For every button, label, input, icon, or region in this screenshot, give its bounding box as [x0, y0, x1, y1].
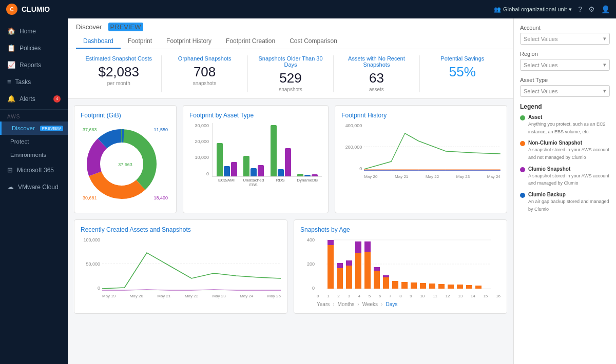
tab-footprint[interactable]: Footprint: [121, 34, 159, 49]
older-value: 529: [252, 71, 329, 86]
recent-chart-inner: May 19 May 20 May 21 May 22 May 23 May 2…: [102, 237, 281, 299]
time-filter: Years › Months › Weeks › Days: [317, 301, 500, 307]
account-label: Account: [520, 25, 610, 31]
donut-label-green: 37,663: [118, 162, 132, 167]
recent-assets-title: Recently Created Assets and Snapshots: [81, 226, 281, 233]
older-label: Snapshots Older Than 30 Days: [252, 55, 329, 68]
sidebar: 🏠 Home 📋 Policies 📈 Reports ≡ Tasks 🔔 Al…: [0, 18, 68, 364]
sidebar-item-policies[interactable]: 📋 Policies: [0, 39, 68, 56]
time-filter-years[interactable]: Years: [317, 301, 330, 307]
bar-rds-blue: [278, 169, 284, 176]
svg-rect-32: [457, 285, 463, 289]
savings-label: Potential Savings: [424, 55, 501, 62]
page-title-area: Discover PREVIEW: [76, 23, 505, 31]
svg-rect-24: [383, 275, 389, 277]
asset-type-select[interactable]: Select Values ▾: [520, 85, 610, 97]
age-y-axis: 400 200 0: [300, 237, 315, 299]
logo: C CLUMIO: [6, 4, 50, 15]
bar-group-rds: [271, 125, 291, 176]
donut-label-blue: 11,550: [153, 127, 168, 132]
svg-rect-27: [411, 282, 417, 289]
region-select[interactable]: Select Values ▾: [520, 59, 610, 71]
footprint-by-asset-title: Footprint by Asset Type: [189, 112, 322, 119]
stat-orphaned: Orphaned Snapshots 708 snapshots: [162, 55, 247, 92]
legend-text-clumio-snapshot: Clumio Snapshot A snapshot stored in you…: [528, 166, 610, 187]
legend-dot-clumio-backup: [520, 193, 525, 198]
footprint-history-title: Footprint History: [341, 112, 500, 119]
sidebar-item-home[interactable]: 🏠 Home: [0, 23, 68, 39]
bar-chart-area: EC2/AMI Unattached EBS RDS DynamoDB: [212, 123, 322, 188]
sidebar-item-microsoft365[interactable]: ⊞ Microsoft 365: [0, 161, 68, 178]
history-y-axis: 400,000 200,000 0: [341, 123, 362, 179]
svg-rect-21: [374, 271, 380, 289]
bar-ec2-purple: [231, 162, 237, 176]
orphaned-value: 708: [166, 65, 243, 79]
bar-group-ebs: [243, 156, 264, 176]
recent-chart-area: 100,000 50,000 0: [81, 237, 281, 299]
history-x-labels: May 20 May 21 May 22 May 23 May 24: [364, 173, 500, 180]
recent-assets-card: Recently Created Assets and Snapshots 10…: [74, 219, 287, 314]
snapshots-age-card: Snapshots by Age 400 200 0: [294, 219, 507, 314]
sidebar-section-aws: AWS: [0, 109, 68, 122]
account-select[interactable]: Select Values ▾: [520, 33, 610, 45]
bottom-charts-row: Recently Created Assets and Snapshots 10…: [68, 213, 513, 320]
age-bar-chart: [317, 237, 500, 291]
sidebar-item-protect[interactable]: Protect: [0, 135, 68, 148]
svg-rect-28: [420, 283, 426, 289]
region-filter: Region Select Values ▾: [520, 51, 610, 71]
sidebar-item-alerts[interactable]: 🔔 Alerts 4: [0, 90, 68, 107]
footprint-donut-title: Footprint (GiB): [81, 112, 170, 119]
tab-footprint-history[interactable]: Footprint History: [159, 34, 219, 49]
user-icon[interactable]: 👤: [601, 5, 610, 13]
sidebar-item-environments[interactable]: Environments: [0, 148, 68, 161]
legend-dot-non-clumio: [520, 141, 525, 146]
preview-badge: PREVIEW: [40, 126, 63, 131]
sidebar-item-discover[interactable]: Discover PREVIEW: [0, 122, 68, 135]
tab-bar: Dashboard Footprint Footprint History Fo…: [76, 34, 505, 49]
chevron-down-icon: ▾: [569, 6, 572, 13]
tab-footprint-creation[interactable]: Footprint Creation: [219, 34, 282, 49]
estimated-cost-sub: per month: [80, 80, 157, 86]
age-chart-inner: 0 1 2 3 4 5 6 7 8 9 10 11 12: [317, 237, 500, 307]
svg-rect-26: [401, 282, 408, 289]
footprint-history-card: Footprint History 400,000 200,000 0: [335, 105, 507, 213]
no-recent-label: Assets with No Recent Snapshots: [338, 55, 415, 68]
time-filter-months[interactable]: Months: [338, 301, 355, 307]
bar-rds-green: [271, 125, 277, 176]
microsoft-icon: ⊞: [7, 166, 13, 174]
bar-x-labels: EC2/AMI Unattached EBS RDS DynamoDB: [212, 177, 322, 188]
time-filter-weeks[interactable]: Weeks: [362, 301, 378, 307]
top-nav: C CLUMIO 👥 Global organizational unit ▾ …: [0, 0, 616, 18]
legend-section: Legend Asset Anything you protect, such …: [520, 103, 610, 213]
org-unit[interactable]: 👥 Global organizational unit ▾: [494, 6, 572, 13]
recent-line-chart: [102, 237, 281, 291]
time-filter-days[interactable]: Days: [386, 301, 397, 307]
settings-icon[interactable]: ⚙: [588, 5, 595, 13]
sidebar-item-reports[interactable]: 📈 Reports: [0, 56, 68, 73]
tab-cost-comparison[interactable]: Cost Comparison: [282, 34, 344, 49]
svg-rect-15: [346, 266, 352, 289]
snapshots-age-title: Snapshots by Age: [300, 226, 500, 233]
sidebar-item-vmware[interactable]: ☁ VMware Cloud: [0, 178, 68, 195]
svg-rect-23: [383, 277, 389, 289]
bar-ec2-blue: [224, 166, 230, 176]
stat-savings: Potential Savings 55%: [420, 55, 505, 92]
history-chart-area: 400,000 200,000 0: [341, 123, 500, 180]
chevron-down-icon2: ▾: [603, 62, 606, 68]
legend-text-asset: Asset Anything you protect, such as an E…: [528, 114, 610, 135]
org-icon: 👥: [494, 6, 501, 13]
region-label: Region: [520, 51, 610, 57]
bar-rds-purple: [285, 148, 291, 176]
svg-rect-19: [364, 252, 371, 289]
legend-dot-clumio-snapshot: [520, 167, 525, 172]
bar-dyn-blue: [304, 175, 311, 176]
donut-label-green2: 37,663: [83, 127, 97, 132]
reports-icon: 📈: [7, 61, 15, 69]
tab-dashboard[interactable]: Dashboard: [76, 34, 121, 49]
sidebar-item-tasks[interactable]: ≡ Tasks: [0, 73, 68, 90]
age-x-labels: 0 1 2 3 4 5 6 7 8 9 10 11 12: [317, 293, 500, 299]
estimated-cost-value: $2,083: [80, 65, 157, 79]
legend-title: Legend: [520, 103, 610, 110]
age-chart-area: 400 200 0: [300, 237, 500, 307]
help-icon[interactable]: ?: [578, 5, 582, 13]
